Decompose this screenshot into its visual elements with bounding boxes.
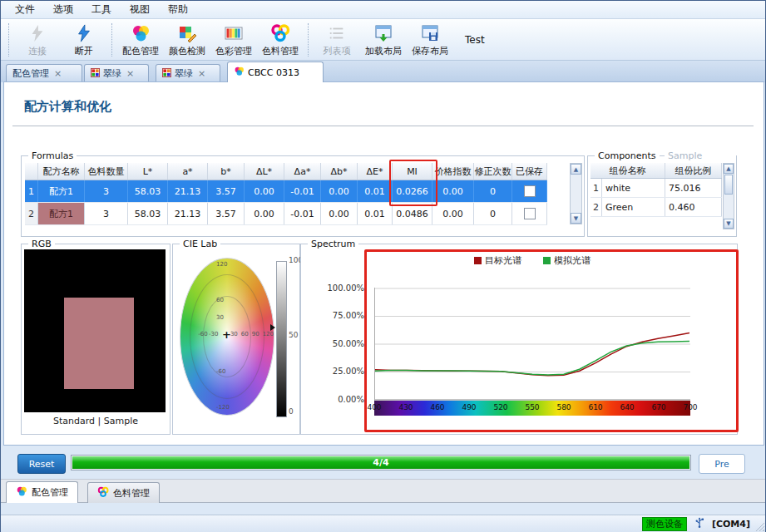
tab-color-match[interactable]: 配色管理 × bbox=[6, 64, 82, 82]
color-mgmt-icon bbox=[224, 22, 244, 44]
column-header[interactable]: L* bbox=[128, 163, 168, 180]
lightness-bar bbox=[276, 261, 287, 417]
components-group-label: Components bbox=[595, 150, 660, 161]
app-window: 文件 选项 工具 视图 帮助 连接 断开 配色管理 颜色检测 色彩管理 bbox=[0, 0, 766, 532]
formulas-group: Formulas 配方名称 色料数量 L* a* b* ΔL* Δa* Δb* … bbox=[21, 155, 585, 237]
column-header[interactable]: ΔL* bbox=[245, 163, 284, 180]
bottom-tab-colorant-mgmt[interactable]: 色料管理 bbox=[87, 482, 160, 503]
menu-help[interactable]: 帮助 bbox=[159, 1, 197, 18]
close-icon[interactable]: × bbox=[198, 68, 205, 79]
component-name: white bbox=[602, 179, 665, 197]
column-header[interactable]: 配方名称 bbox=[38, 163, 85, 180]
menu-file[interactable]: 文件 bbox=[6, 1, 44, 18]
load-layout-icon bbox=[373, 22, 393, 44]
colorant-mgmt-icon bbox=[270, 22, 290, 44]
disconnect-button[interactable]: 断开 bbox=[61, 20, 107, 60]
cell-formula-name formula-color-cell: 配方1 bbox=[38, 203, 85, 224]
toolbar: 连接 断开 配色管理 颜色检测 色彩管理 色料管理 列表项 bbox=[1, 19, 765, 61]
scroll-down-icon[interactable]: ▼ bbox=[571, 213, 581, 224]
row-number-header bbox=[25, 163, 38, 180]
cell: 58.03 bbox=[128, 203, 168, 224]
test-button[interactable]: Test bbox=[465, 34, 485, 46]
formula-row-1[interactable]: 1 配方1 3 58.03 21.13 3.57 0.00 -0.01 0.00… bbox=[25, 180, 547, 203]
cell: 0.01 bbox=[358, 203, 393, 224]
column-header-mi[interactable]: MI bbox=[393, 163, 432, 180]
color-match-button[interactable]: 配色管理 bbox=[117, 20, 164, 60]
color-mgmt-button[interactable]: 色彩管理 bbox=[210, 20, 257, 60]
column-header[interactable]: 组份名称 bbox=[591, 163, 665, 178]
cell: 3.57 bbox=[208, 203, 245, 224]
column-header[interactable]: 价格指数 bbox=[432, 163, 474, 180]
saved-checkbox[interactable] bbox=[524, 208, 536, 219]
progress-text: 4/4 bbox=[72, 456, 690, 470]
component-row-2[interactable]: 2 Green 0.460 bbox=[591, 198, 722, 217]
column-header[interactable]: ΔE* bbox=[358, 163, 393, 180]
connect-icon bbox=[28, 22, 47, 44]
connect-label: 连接 bbox=[28, 45, 47, 57]
cielab-group: CIE Lab + -60-303060901201206030-60-120 … bbox=[172, 244, 300, 435]
legend-target: 目标光谱 bbox=[474, 254, 521, 267]
column-header[interactable]: 色料数量 bbox=[85, 163, 128, 180]
reset-button[interactable]: Reset bbox=[17, 454, 66, 474]
column-header[interactable]: Δb* bbox=[321, 163, 358, 180]
sample-swatch bbox=[64, 298, 134, 389]
x-tick-label: 700 bbox=[681, 403, 699, 411]
legend-swatch-simulated bbox=[543, 257, 551, 264]
scroll-up-icon[interactable]: ▲ bbox=[724, 164, 734, 174]
tab-label: 配色管理 bbox=[12, 67, 49, 80]
column-header[interactable]: a* bbox=[168, 163, 208, 180]
load-layout-button[interactable]: 加载布局 bbox=[360, 20, 407, 60]
cell: 0.00 bbox=[245, 203, 284, 224]
cell: -0.01 bbox=[284, 203, 321, 224]
cell: 3 bbox=[85, 180, 128, 202]
y-tick-label: 75.00% bbox=[324, 311, 364, 320]
cell: 0.00 bbox=[321, 203, 358, 224]
column-header[interactable]: 已保存 bbox=[512, 163, 547, 180]
column-header[interactable]: Δa* bbox=[284, 163, 321, 180]
list-items-label: 列表项 bbox=[324, 45, 351, 57]
y-tick-label: 100.00% bbox=[324, 283, 364, 293]
column-header[interactable]: b* bbox=[208, 163, 245, 180]
colorant-mgmt-button[interactable]: 色料管理 bbox=[257, 20, 304, 60]
cell-saved bbox=[512, 180, 547, 202]
menu-view[interactable]: 视图 bbox=[121, 1, 159, 18]
formulas-table: 配方名称 色料数量 L* a* b* ΔL* Δa* Δb* ΔE* MI 价格… bbox=[25, 163, 547, 225]
column-header[interactable]: 组份比例 bbox=[665, 163, 722, 178]
color-detect-button[interactable]: 颜色检测 bbox=[164, 20, 210, 60]
cell-mi: 0.0266 bbox=[393, 180, 432, 202]
bottom-tab-color-match[interactable]: 配色管理 bbox=[6, 481, 78, 503]
connect-button[interactable]: 连接 bbox=[14, 20, 61, 60]
column-header[interactable]: 修正次数 bbox=[474, 163, 512, 180]
component-row-1[interactable]: 1 white 75.016 bbox=[591, 179, 722, 198]
list-items-button[interactable]: 列表项 bbox=[314, 20, 360, 60]
x-tick-label: 460 bbox=[428, 403, 447, 411]
bottom-tab-label: 配色管理 bbox=[32, 486, 68, 499]
menu-bar: 文件 选项 工具 视图 帮助 bbox=[1, 1, 765, 19]
legend-simulated: 模拟光谱 bbox=[543, 254, 591, 267]
scroll-up-icon[interactable]: ▲ bbox=[571, 164, 581, 175]
close-icon[interactable]: × bbox=[126, 68, 134, 79]
menu-options[interactable]: 选项 bbox=[44, 1, 82, 18]
scroll-down-icon[interactable]: ▼ bbox=[724, 219, 734, 229]
spectrum-plot bbox=[374, 288, 690, 401]
resize-grip[interactable] bbox=[754, 521, 764, 531]
saved-checkbox[interactable] bbox=[524, 185, 536, 197]
save-layout-icon bbox=[420, 22, 440, 44]
pre-button[interactable]: Pre bbox=[699, 454, 745, 474]
standard-swatch bbox=[24, 249, 166, 412]
tab-cuilv-2[interactable]: 翠绿 × bbox=[156, 64, 220, 82]
formula-row-2[interactable]: 2 配方1 3 58.03 21.13 3.57 0.00 -0.01 0.00… bbox=[25, 203, 547, 225]
tab-cuilv-1[interactable]: 翠绿 × bbox=[84, 64, 149, 82]
formulas-scrollbar[interactable]: ▲ ▼ bbox=[570, 163, 582, 224]
component-ratio: 0.460 bbox=[665, 198, 722, 216]
tab-cbcc-0313[interactable]: CBCC 0313 bbox=[227, 62, 324, 82]
x-tick-label: 580 bbox=[555, 403, 573, 411]
spectrum-series-line bbox=[375, 333, 689, 376]
menu-tools[interactable]: 工具 bbox=[82, 1, 121, 18]
close-icon[interactable]: × bbox=[54, 68, 62, 79]
save-layout-button[interactable]: 保存布局 bbox=[407, 20, 453, 60]
cell-formula-name: 配方1 bbox=[38, 180, 85, 202]
x-tick-label: 400 bbox=[365, 403, 383, 411]
components-scrollbar[interactable]: ▲ ▼ bbox=[723, 163, 734, 229]
scroll-thumb[interactable] bbox=[724, 175, 733, 195]
